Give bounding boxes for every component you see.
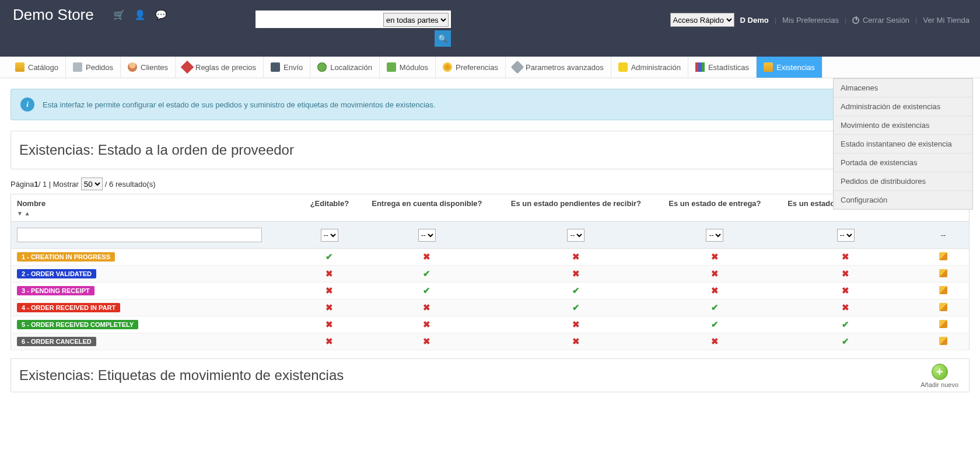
brand-title[interactable]: Demo Store xyxy=(13,6,94,24)
nav-tab-preferencias[interactable]: Preferencias xyxy=(436,57,506,78)
search-icon: 🔍 xyxy=(438,34,448,43)
submenu-item[interactable]: Movimiento de existencias xyxy=(834,116,972,135)
nav-tab-reglas-de-precios[interactable]: Reglas de precios xyxy=(176,57,264,78)
plus-icon: + xyxy=(932,364,948,380)
edit-icon[interactable] xyxy=(939,320,947,328)
power-icon xyxy=(852,17,859,24)
nav-tab-módulos[interactable]: Módulos xyxy=(380,57,436,78)
nav-tab-parametros-avanzados[interactable]: Parametros avanzados xyxy=(506,57,611,78)
nav-tab-pedidos[interactable]: Pedidos xyxy=(66,57,121,78)
status-badge: 5 - ORDER RECEIVED COMPLETELY xyxy=(17,320,138,329)
cross-icon: ✖ xyxy=(423,302,430,312)
per-page-select[interactable]: 50 xyxy=(81,177,103,190)
col-pending[interactable]: Es un estado pendientes de recibir? xyxy=(496,194,656,222)
col-editable[interactable]: ¿Editable? xyxy=(301,194,358,222)
cross-icon: ✖ xyxy=(842,252,849,262)
cross-icon: ✖ xyxy=(326,285,333,295)
i-user-icon xyxy=(128,62,137,72)
cross-icon: ✖ xyxy=(326,319,333,329)
cross-icon: ✖ xyxy=(423,252,430,262)
nav-tab-envío[interactable]: Envío xyxy=(264,57,310,78)
status-badge: 3 - PENDING RECEIPT xyxy=(17,286,94,295)
panel-supplier-order-state: Existencias: Estado a la orden de provee… xyxy=(10,131,970,169)
panel-stock-movement-labels: Existencias: Etiquetas de movimiento de … xyxy=(10,358,970,392)
check-icon: ✔ xyxy=(572,285,580,295)
search-button[interactable]: 🔍 xyxy=(435,30,451,47)
nav-tab-clientes[interactable]: Clientes xyxy=(121,57,176,78)
edit-icon[interactable] xyxy=(939,286,947,294)
table-row[interactable]: 3 - PENDING RECEIPT✖✔✔✖✖ xyxy=(11,283,970,299)
filter-editable[interactable]: -- xyxy=(321,229,338,242)
link-preferences[interactable]: Mis Preferencias xyxy=(782,16,839,25)
panel2-title: Existencias: Etiquetas de movimiento de … xyxy=(19,367,961,384)
filter-delivery[interactable]: -- xyxy=(418,229,436,242)
person-icon[interactable]: 👤 xyxy=(134,9,146,21)
table-row[interactable]: 1 - CREATION IN PROGRESS✔✖✖✖✖ xyxy=(11,249,970,266)
table-row[interactable]: 4 - ORDER RECEIVED IN PART✖✖✔✔✖ xyxy=(11,299,970,316)
info-box: i Esta interfaz le permite configurar el… xyxy=(10,89,970,120)
filter-name-input[interactable] xyxy=(17,228,262,242)
check-icon: ✔ xyxy=(711,302,719,312)
filter-pending[interactable]: -- xyxy=(567,229,584,242)
sort-arrows-icon[interactable]: ▼ ▲ xyxy=(17,210,295,217)
nav-tab-catálogo[interactable]: Catálogo xyxy=(8,57,66,78)
table-row[interactable]: 2 - ORDER VALIDATED✖✔✖✖✖ xyxy=(11,266,970,283)
status-badge: 4 - ORDER RECEIVED IN PART xyxy=(17,303,120,312)
check-icon: ✔ xyxy=(423,269,430,278)
table-row[interactable]: 5 - ORDER RECEIVED COMPLETELY✖✖✖✔✔ xyxy=(11,316,970,333)
cross-icon: ✖ xyxy=(711,269,719,278)
col-delivery[interactable]: Entrega en cuenta disponible? xyxy=(358,194,496,222)
link-view-shop[interactable]: Ver Mi Tienda xyxy=(923,16,970,25)
submenu-item[interactable]: Almacenes xyxy=(834,79,972,97)
cart-icon[interactable]: 🛒 xyxy=(113,9,125,21)
panel-title: Existencias: Estado a la orden de provee… xyxy=(19,142,961,158)
cross-icon: ✖ xyxy=(572,269,580,278)
main-nav: CatálogoPedidosClientesReglas de precios… xyxy=(0,57,980,78)
filter-closed[interactable]: -- xyxy=(837,229,855,242)
i-tag-icon xyxy=(181,61,194,74)
i-folder2-icon xyxy=(764,62,773,72)
stock-submenu: AlmacenesAdministración de existenciasMo… xyxy=(833,78,973,210)
edit-icon[interactable] xyxy=(939,303,947,311)
search-scope-select[interactable]: en todas partes xyxy=(383,13,449,27)
i-gear2-icon xyxy=(443,62,452,72)
edit-icon[interactable] xyxy=(939,252,947,260)
submenu-item[interactable]: Portada de existencias xyxy=(834,154,972,172)
submenu-item[interactable]: Estado instantaneo de existencia xyxy=(834,135,972,154)
nav-tab-administración[interactable]: Administración xyxy=(611,57,688,78)
cross-icon: ✖ xyxy=(423,319,430,329)
info-icon: i xyxy=(20,97,34,111)
search-input[interactable] xyxy=(257,12,382,27)
quick-access-select[interactable]: Acceso Rápido xyxy=(670,13,734,27)
edit-icon[interactable] xyxy=(939,269,947,277)
cross-icon: ✖ xyxy=(842,285,849,295)
col-delivery-state[interactable]: Es un estado de entrega? xyxy=(656,194,774,222)
user-label[interactable]: D Demo xyxy=(740,16,769,25)
check-icon: ✔ xyxy=(842,319,849,329)
check-icon: ✔ xyxy=(423,285,430,295)
table-row[interactable]: 6 - ORDER CANCELED✖✖✖✖✔ xyxy=(11,333,970,350)
submenu-item[interactable]: Administración de existencias xyxy=(834,97,972,116)
cross-icon: ✖ xyxy=(572,336,580,346)
cross-icon: ✖ xyxy=(711,252,719,262)
add-new-button[interactable]: + Añadir nuevo xyxy=(921,364,958,388)
states-table: Nombre ▼ ▲ ¿Editable? Entrega en cuenta … xyxy=(10,194,970,350)
cross-icon: ✖ xyxy=(326,302,333,312)
i-wrench-icon xyxy=(511,61,524,74)
link-logout[interactable]: Cerrar Sesión xyxy=(852,16,909,25)
nav-tab-estadísticas[interactable]: Estadísticas xyxy=(688,57,757,78)
check-icon: ✔ xyxy=(572,302,580,312)
submenu-item[interactable]: Configuración xyxy=(834,191,972,209)
nav-tab-localización[interactable]: Localización xyxy=(310,57,380,78)
submenu-item[interactable]: Pedidos de distribuidores xyxy=(834,172,972,191)
i-folder-icon xyxy=(15,62,24,72)
cross-icon: ✖ xyxy=(326,269,333,278)
cross-icon: ✖ xyxy=(326,336,333,346)
status-badge: 2 - ORDER VALIDATED xyxy=(17,269,96,278)
chat-icon[interactable]: 💬 xyxy=(155,9,167,21)
cross-icon: ✖ xyxy=(842,302,849,312)
nav-tab-existencias[interactable]: Existencias xyxy=(757,57,822,78)
edit-icon[interactable] xyxy=(939,337,947,345)
col-name[interactable]: Nombre ▼ ▲ xyxy=(11,194,302,222)
filter-delivstate[interactable]: -- xyxy=(706,229,723,242)
